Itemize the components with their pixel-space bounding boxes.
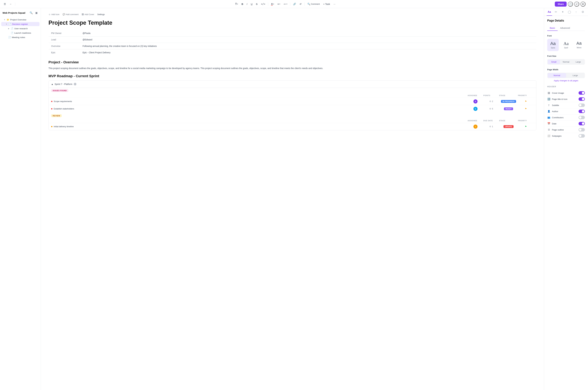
settings-button[interactable]: Settings: [97, 13, 105, 16]
tab-basic[interactable]: Basic: [547, 25, 558, 31]
image-icon: 🖼: [82, 13, 84, 16]
list-button[interactable]: ≔ ▾: [282, 2, 289, 6]
toggle-switch-author[interactable]: [579, 110, 585, 113]
toggle-label-subtitle: T Subtitle: [547, 104, 559, 107]
sidebar-item-project-overview[interactable]: ▼ 📁 Project Overview: [1, 18, 40, 22]
sidebar-item-user-research[interactable]: ▶ 📄 User research: [1, 26, 40, 31]
toggle-switch-cover-image[interactable]: [579, 91, 585, 95]
sidebar-item-decision-register[interactable]: ▼ 📄 Decision register: [1, 22, 40, 26]
table-cell-value: Epic - Client Project Delivery: [80, 49, 536, 56]
apply-changes-link[interactable]: Apply changes to all pages: [547, 79, 585, 82]
toggle-switch-contributors[interactable]: [579, 116, 585, 119]
priority-flag: ⚑: [525, 125, 527, 128]
italic-button[interactable]: I: [245, 2, 248, 6]
toggle-row-page-title-icon: 🔤 Page title & Icon: [547, 96, 585, 102]
comment-button[interactable]: 🔍 Comment: [306, 2, 321, 6]
toolbar-left: ☰ ←: [2, 2, 13, 6]
align-button[interactable]: ≡ ▾: [276, 2, 281, 6]
page-outline-icon: ☰: [547, 128, 550, 131]
search-button[interactable]: 🔍: [29, 11, 33, 15]
sidebar-item-label: Launch readiness: [14, 32, 31, 34]
edit-icon: ✏: [555, 10, 557, 14]
bold-label: B: [241, 3, 243, 5]
font-label-mono: Mono: [577, 47, 581, 49]
size-option-large[interactable]: Large: [572, 60, 584, 64]
priority-flag: ⚑: [525, 100, 527, 102]
strikethrough-button[interactable]: S: [255, 2, 259, 6]
expand-button[interactable]: ⤢: [574, 1, 579, 7]
tab-export[interactable]: ↑: [573, 10, 579, 16]
menu-button[interactable]: ☰: [2, 2, 7, 6]
collapse-icon[interactable]: ▲: [51, 83, 53, 85]
history-button[interactable]: 🕐: [568, 1, 573, 7]
underline-button[interactable]: U: [249, 2, 254, 6]
table-row: Establish stakeholders E ⚙ 5 READY ⚑: [49, 105, 536, 112]
size-option-normal[interactable]: Normal: [560, 60, 572, 64]
search-icon: 🔍: [30, 11, 33, 14]
task-label: + Task: [323, 3, 330, 5]
avatar: S: [473, 99, 477, 103]
more-button[interactable]: ···: [332, 2, 337, 6]
table-cell-key: Overview: [49, 43, 80, 49]
tab-typography[interactable]: Aa: [547, 10, 552, 16]
tab-advanced[interactable]: Advanced: [558, 25, 572, 31]
emoji-icon: ☺: [49, 13, 51, 16]
sidebar-item-meeting-notes[interactable]: 📄 Meeting notes: [1, 35, 40, 39]
sprint-info-icon[interactable]: ℹ: [74, 83, 76, 86]
color-icon: A: [271, 2, 273, 6]
status-badge: READY: [504, 107, 513, 110]
add-icon-button[interactable]: ☺ Add Icon: [49, 13, 59, 16]
panel-title: Page Details: [547, 19, 585, 22]
info-table: PM Owner@PaulaLead@EdwardOverviewFollowi…: [49, 30, 536, 56]
sidebar-item-label: Meeting notes: [12, 36, 25, 39]
toggle-switch-subtitle[interactable]: [579, 103, 585, 107]
sprint-name: Sprint 7 - Platform: [55, 83, 72, 85]
width-option-normal[interactable]: Normal: [548, 73, 566, 78]
sidebar-item-launch-readiness[interactable]: 📄 Launch readiness: [1, 31, 40, 35]
sidebar-toggle-button[interactable]: ▣: [35, 11, 38, 15]
sprint-group-issues: ISSUES FOUND ASSIGNEE POINTS STAGE PRIOR…: [49, 88, 536, 112]
table-cell-value: @Edward: [80, 37, 536, 43]
toggle-label-page-outline: ☰ Page outline: [547, 128, 564, 131]
width-option-large[interactable]: Large: [566, 73, 585, 78]
toggle-label-author: 👤 Author: [547, 110, 558, 113]
tab-search[interactable]: ◯: [567, 10, 572, 16]
share-button[interactable]: Share: [555, 1, 567, 7]
back-icon: ←: [10, 3, 12, 5]
tab-edit[interactable]: ✏: [553, 10, 559, 16]
text-format-button[interactable]: T ▾: [234, 2, 239, 6]
font-option-sans[interactable]: Aa Sans: [547, 39, 559, 51]
link-button[interactable]: 🔗: [292, 2, 297, 6]
sprint-group-review: REVIEW ASSIGNEE DUE DATE STAGE PRIORITY …: [49, 113, 536, 130]
doc-icon: 📄: [8, 23, 11, 25]
font-option-serif[interactable]: Aa Serif: [560, 39, 572, 51]
toggle-switch-page-title-icon[interactable]: [579, 97, 585, 101]
task-button[interactable]: + Task: [322, 2, 331, 6]
table-cell-value: @Paula: [80, 30, 536, 37]
add-comment-button[interactable]: 💬 Add comment: [63, 13, 78, 16]
avatar: I: [473, 125, 477, 129]
table-cell-key: Epic: [49, 49, 80, 56]
close-icon: ✕: [582, 3, 584, 5]
toggle-switch-subpages[interactable]: [579, 134, 585, 138]
toggle-switch-date[interactable]: [579, 122, 585, 125]
code-button[interactable]: </>: [260, 2, 266, 6]
add-cover-button[interactable]: 🖼 Add Cover: [82, 13, 94, 16]
back-button[interactable]: ←: [8, 2, 13, 6]
workspace-title: Web Projects Squad: [2, 11, 25, 14]
font-option-mono[interactable]: Aa Mono: [573, 39, 585, 51]
bold-button[interactable]: B: [240, 2, 244, 6]
menu-icon: ☰: [4, 3, 6, 5]
subpages-icon: ⬜: [547, 135, 550, 137]
size-option-small[interactable]: Small: [548, 60, 560, 64]
gear-icon: ⚙: [582, 10, 584, 14]
panel-content: Page Details Basic Advanced Font Aa Sans…: [544, 16, 588, 142]
redo-button[interactable]: ↺: [298, 2, 303, 6]
toggle-label-subpages: ⬜ Subpages: [547, 135, 562, 137]
toggle-switch-page-outline[interactable]: [579, 128, 585, 132]
close-button[interactable]: ✕: [581, 1, 586, 7]
color-button[interactable]: A ▾: [270, 1, 275, 7]
sprint-block: ▲ Sprint 7 - Platform ℹ ISSUES FOUND ASS…: [49, 80, 536, 130]
tab-star[interactable]: ✦: [560, 10, 566, 16]
tab-settings[interactable]: ⚙: [580, 10, 586, 16]
